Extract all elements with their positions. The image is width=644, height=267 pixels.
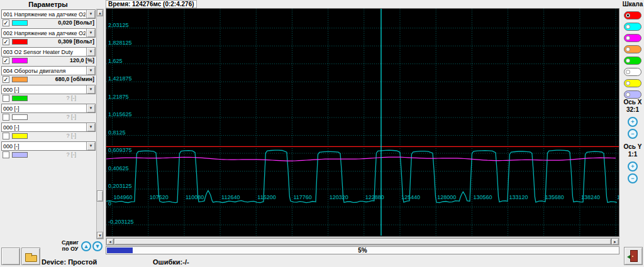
svg-text:0,40625: 0,40625: [108, 165, 129, 172]
shift-label-line: по ОУ: [60, 246, 80, 252]
axis-x-zoom-out-button[interactable]: −: [628, 129, 638, 139]
svg-text:1,421875: 1,421875: [108, 75, 132, 82]
parameter-color-swatch: [12, 95, 28, 101]
parameter-group: 000 [-]▼? [-]: [1, 141, 96, 160]
chevron-down-icon[interactable]: ▼: [86, 85, 95, 94]
scroll-right-button[interactable]: ►: [611, 238, 619, 245]
parameter-checkbox[interactable]: ✓: [3, 19, 9, 26]
parameter-checkbox[interactable]: [3, 95, 9, 102]
parameter-group: 003 O2 Sensor Heater Duty▼✓120,0 [%]: [1, 47, 96, 66]
parameter-select[interactable]: 000 [-]▼: [1, 104, 96, 113]
scroll-left-button[interactable]: ◄: [106, 238, 114, 245]
exit-button[interactable]: [624, 247, 643, 265]
chevron-down-icon[interactable]: ▼: [86, 123, 95, 131]
parameter-checkbox[interactable]: [3, 133, 9, 139]
svg-text:112640: 112640: [221, 194, 240, 200]
parameter-value-row: ? [-]: [1, 113, 96, 122]
axis-y-zoom-in-button[interactable]: +: [628, 161, 638, 172]
shift-oy-down-button[interactable]: ▼: [92, 241, 103, 251]
scale-buttons: [624, 10, 641, 101]
axis-y-label: Ось Y: [621, 143, 644, 150]
scale-color-button[interactable]: [624, 90, 641, 99]
scrollbar-thumb[interactable]: [97, 190, 103, 202]
zoom-out-icon: −: [631, 131, 634, 137]
scroll-down-button[interactable]: ▼: [97, 232, 103, 239]
parameter-select[interactable]: 000 [-]▼: [1, 85, 96, 94]
parameter-select[interactable]: 000 [-]▼: [1, 123, 96, 132]
scroll-left-icon: ◄: [108, 240, 112, 244]
scale-color-button[interactable]: [624, 57, 641, 65]
svg-text:120320: 120320: [330, 194, 348, 200]
scroll-up-icon: ▲: [98, 11, 102, 15]
parameters-scrollbar[interactable]: ▲ ▼: [96, 9, 104, 239]
svg-text:1,21875: 1,21875: [108, 94, 129, 100]
parameter-group: 000 [-]▼? [-]: [1, 104, 96, 123]
svg-text:138240: 138240: [581, 194, 600, 200]
svg-text:0: 0: [108, 200, 111, 207]
parameter-select[interactable]: 001 Напряжение на датчике O2 B1 S▼: [1, 9, 96, 19]
radio-dot-icon: [626, 25, 630, 29]
chevron-down-icon[interactable]: ▼: [86, 104, 95, 112]
parameter-value-row: ✓680,0 [об/мин]: [1, 75, 96, 84]
parameter-select-value: 004 Обороты двигателя: [3, 67, 86, 75]
parameter-select-value: 000 [-]: [3, 86, 86, 94]
parameter-color-swatch: [12, 152, 28, 158]
svg-text:1,828125: 1,828125: [108, 40, 132, 46]
chevron-down-icon[interactable]: ▼: [86, 67, 95, 75]
radio-dot-icon: [626, 70, 630, 74]
radio-dot-icon: [626, 36, 630, 40]
parameter-checkbox[interactable]: [3, 114, 9, 121]
scale-color-button[interactable]: [624, 11, 641, 19]
scale-color-button[interactable]: [624, 45, 641, 53]
scale-panel: Шкала Ось X 32:1 + − Ось Y 1:1 + −: [621, 0, 644, 267]
parameter-select[interactable]: 003 O2 Sensor Heater Duty▼: [1, 47, 96, 57]
parameter-value: 0,309 [Вольт]: [58, 38, 94, 45]
chevron-down-icon[interactable]: ▼: [86, 142, 95, 150]
axis-y-ratio: 1:1: [621, 151, 644, 158]
parameter-value: ? [-]: [66, 95, 76, 101]
axis-y-zoom-out-button[interactable]: −: [628, 173, 638, 183]
svg-text:104960: 104960: [114, 194, 133, 200]
errors-status: Ошибки:-/-: [153, 258, 189, 266]
parameter-value-row: ? [-]: [1, 94, 96, 103]
scroll-down-icon: ▼: [98, 234, 102, 237]
radio-dot-icon: [626, 13, 630, 18]
parameter-value: 120,0 [%]: [70, 57, 94, 63]
time-display: Время: 124276мс (0:2:4.276): [106, 0, 197, 8]
chart-h-scrollbar[interactable]: ◄ ►: [106, 237, 619, 246]
chevron-down-icon[interactable]: ▼: [86, 48, 95, 56]
parameter-checkbox[interactable]: ✓: [3, 38, 9, 45]
svg-text:140800: 140800: [617, 194, 619, 200]
svg-text:0,609375: 0,609375: [108, 147, 132, 153]
axis-x-label: Ось X: [621, 99, 644, 106]
oscilloscope-chart[interactable]: 2,031251,8281251,6251,4218751,218751,015…: [106, 8, 619, 237]
parameter-group: 000 [-]▼? [-]: [1, 123, 96, 141]
parameters-panel: Параметры 001 Напряжение на датчике O2 B…: [0, 0, 105, 267]
shift-oy-up-button[interactable]: ▲: [81, 241, 91, 251]
parameter-checkbox[interactable]: [3, 151, 9, 158]
h-scrollbar-thumb[interactable]: [114, 238, 611, 245]
parameter-value: ? [-]: [66, 133, 76, 139]
chevron-down-icon[interactable]: ▼: [86, 29, 95, 37]
svg-text:-0,203125: -0,203125: [108, 219, 134, 225]
parameter-checkbox[interactable]: ✓: [3, 57, 9, 64]
radio-dot-icon: [626, 47, 630, 52]
zoom-in-icon: +: [631, 163, 634, 170]
parameter-select[interactable]: 000 [-]▼: [1, 141, 96, 151]
chevron-down-icon[interactable]: ▼: [86, 10, 95, 18]
parameter-select-value: 000 [-]: [3, 105, 86, 112]
parameter-group: 002 Напряжение на датчике O2 B1 S▼✓0,309…: [1, 28, 96, 47]
parameter-value: 0,020 [Вольт]: [58, 19, 94, 26]
parameter-checkbox[interactable]: ✓: [3, 76, 9, 83]
parameter-select-value: 001 Напряжение на датчике O2 B1 S: [3, 11, 86, 18]
svg-text:0,8125: 0,8125: [108, 129, 126, 136]
scale-color-button[interactable]: [624, 68, 641, 76]
svg-text:1,015625: 1,015625: [108, 111, 132, 117]
scale-color-button[interactable]: [624, 79, 641, 87]
parameter-select[interactable]: 004 Обороты двигателя▼: [1, 66, 96, 75]
scroll-up-button[interactable]: ▲: [97, 9, 103, 16]
scale-color-button[interactable]: [624, 34, 641, 42]
scale-color-button[interactable]: [624, 23, 641, 31]
parameter-select[interactable]: 002 Напряжение на датчике O2 B1 S▼: [1, 28, 96, 38]
axis-x-zoom-in-button[interactable]: +: [628, 117, 638, 127]
